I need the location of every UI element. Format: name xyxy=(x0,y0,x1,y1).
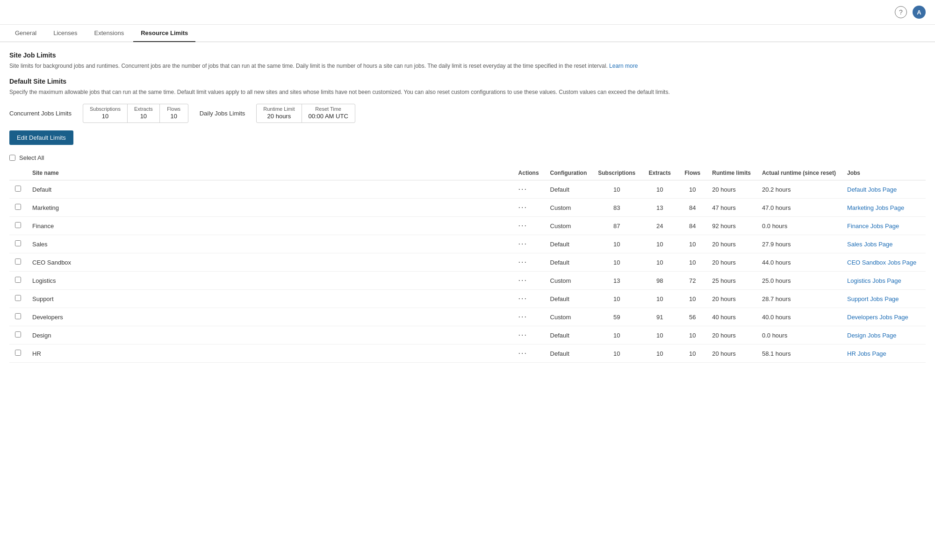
row-runtime-limits: 92 hours xyxy=(706,217,756,235)
row-subscriptions: 10 xyxy=(592,235,641,253)
row-flows: 10 xyxy=(678,253,706,272)
sites-table: Site name Actions Configuration Subscrip… xyxy=(9,166,926,363)
row-actions-menu[interactable]: ··· xyxy=(513,180,545,199)
site-job-limits-desc: Site limits for background jobs and runt… xyxy=(9,62,926,70)
row-actions-menu[interactable]: ··· xyxy=(513,253,545,272)
default-site-limits-title: Default Site Limits xyxy=(9,78,926,85)
row-actions-menu[interactable]: ··· xyxy=(513,199,545,217)
row-flows: 10 xyxy=(678,180,706,199)
row-checkbox[interactable] xyxy=(15,186,21,192)
row-site-name: Sales xyxy=(27,235,513,253)
row-subscriptions: 10 xyxy=(592,253,641,272)
row-jobs-link[interactable]: Support Jobs Page xyxy=(847,295,899,302)
row-checkbox[interactable] xyxy=(15,277,21,283)
row-configuration: Default xyxy=(545,290,593,308)
row-checkbox-cell xyxy=(9,199,27,217)
table-row: CEO Sandbox ··· Default 10 10 10 20 hour… xyxy=(9,253,926,272)
row-actual-runtime: 58.1 hours xyxy=(756,345,842,363)
row-jobs-link[interactable]: Logistics Jobs Page xyxy=(847,277,901,284)
nav-tabs: General Licenses Extensions Resource Lim… xyxy=(0,25,935,42)
row-subscriptions: 10 xyxy=(592,180,641,199)
row-actions-menu[interactable]: ··· xyxy=(513,272,545,290)
row-actions-menu[interactable]: ··· xyxy=(513,308,545,326)
row-checkbox-cell xyxy=(9,235,27,253)
row-runtime-limits: 20 hours xyxy=(706,345,756,363)
row-checkbox[interactable] xyxy=(15,240,21,246)
row-jobs-link-cell: Sales Jobs Page xyxy=(842,235,926,253)
concurrent-flows: Flows 10 xyxy=(160,104,188,122)
concurrent-extracts: Extracts 10 xyxy=(128,104,160,122)
row-checkbox[interactable] xyxy=(15,331,21,337)
row-checkbox[interactable] xyxy=(15,204,21,210)
row-actual-runtime: 40.0 hours xyxy=(756,308,842,326)
select-all-row: Select All xyxy=(9,154,926,161)
th-actions: Actions xyxy=(513,166,545,180)
row-configuration: Default xyxy=(545,180,593,199)
row-actions-menu[interactable]: ··· xyxy=(513,326,545,345)
tab-extensions[interactable]: Extensions xyxy=(87,25,132,42)
table-row: Design ··· Default 10 10 10 20 hours 0.0… xyxy=(9,326,926,345)
row-actions-menu[interactable]: ··· xyxy=(513,345,545,363)
th-extracts: Extracts xyxy=(641,166,678,180)
row-site-name: Logistics xyxy=(27,272,513,290)
default-site-limits-desc: Specify the maximum allowable jobs that … xyxy=(9,88,926,96)
row-jobs-link[interactable]: Developers Jobs Page xyxy=(847,314,908,321)
default-site-limits-section: Default Site Limits Specify the maximum … xyxy=(9,78,926,145)
row-configuration: Default xyxy=(545,235,593,253)
row-configuration: Default xyxy=(545,326,593,345)
row-checkbox[interactable] xyxy=(15,295,21,301)
row-checkbox-cell xyxy=(9,272,27,290)
row-actions-menu[interactable]: ··· xyxy=(513,290,545,308)
row-actual-runtime: 25.0 hours xyxy=(756,272,842,290)
select-all-checkbox[interactable] xyxy=(9,155,15,161)
daily-runtime-limit: Runtime Limit 20 hours xyxy=(257,104,302,122)
row-checkbox[interactable] xyxy=(15,350,21,356)
row-configuration: Custom xyxy=(545,217,593,235)
tab-licenses[interactable]: Licenses xyxy=(46,25,85,42)
row-subscriptions: 83 xyxy=(592,199,641,217)
row-actions-menu[interactable]: ··· xyxy=(513,217,545,235)
row-jobs-link[interactable]: CEO Sandbox Jobs Page xyxy=(847,259,916,266)
table-row: Marketing ··· Custom 83 13 84 47 hours 4… xyxy=(9,199,926,217)
row-checkbox[interactable] xyxy=(15,258,21,265)
row-jobs-link[interactable]: Design Jobs Page xyxy=(847,332,897,339)
row-subscriptions: 10 xyxy=(592,326,641,345)
row-flows: 10 xyxy=(678,235,706,253)
table-row: Support ··· Default 10 10 10 20 hours 28… xyxy=(9,290,926,308)
row-jobs-link-cell: Default Jobs Page xyxy=(842,180,926,199)
row-jobs-link[interactable]: Default Jobs Page xyxy=(847,186,897,193)
row-checkbox[interactable] xyxy=(15,313,21,319)
row-runtime-limits: 20 hours xyxy=(706,290,756,308)
row-runtime-limits: 20 hours xyxy=(706,235,756,253)
help-icon[interactable]: ? xyxy=(895,6,907,18)
row-flows: 56 xyxy=(678,308,706,326)
row-runtime-limits: 25 hours xyxy=(706,272,756,290)
row-actions-menu[interactable]: ··· xyxy=(513,235,545,253)
daily-reset-time: Reset Time 00:00 AM UTC xyxy=(302,104,355,122)
tab-resource-limits[interactable]: Resource Limits xyxy=(133,25,195,42)
row-runtime-limits: 40 hours xyxy=(706,308,756,326)
th-runtime-limits: Runtime limits xyxy=(706,166,756,180)
row-checkbox[interactable] xyxy=(15,222,21,228)
row-jobs-link[interactable]: HR Jobs Page xyxy=(847,350,886,357)
learn-more-link[interactable]: Learn more xyxy=(609,63,638,69)
row-subscriptions: 59 xyxy=(592,308,641,326)
row-jobs-link[interactable]: Marketing Jobs Page xyxy=(847,204,904,211)
row-jobs-link-cell: Support Jobs Page xyxy=(842,290,926,308)
row-site-name: Default xyxy=(27,180,513,199)
table-row: Default ··· Default 10 10 10 20 hours 20… xyxy=(9,180,926,199)
th-jobs: Jobs xyxy=(842,166,926,180)
row-extracts: 10 xyxy=(641,290,678,308)
avatar[interactable]: A xyxy=(913,6,926,19)
tab-general[interactable]: General xyxy=(7,25,44,42)
site-job-limits-title: Site Job Limits xyxy=(9,51,926,59)
edit-default-limits-button[interactable]: Edit Default Limits xyxy=(9,130,73,145)
row-subscriptions: 87 xyxy=(592,217,641,235)
row-jobs-link[interactable]: Finance Jobs Page xyxy=(847,223,899,230)
row-subscriptions: 10 xyxy=(592,345,641,363)
row-checkbox-cell xyxy=(9,326,27,345)
row-jobs-link-cell: HR Jobs Page xyxy=(842,345,926,363)
th-actual-runtime: Actual runtime (since reset) xyxy=(756,166,842,180)
select-all-label: Select All xyxy=(19,154,44,161)
row-jobs-link[interactable]: Sales Jobs Page xyxy=(847,241,893,248)
